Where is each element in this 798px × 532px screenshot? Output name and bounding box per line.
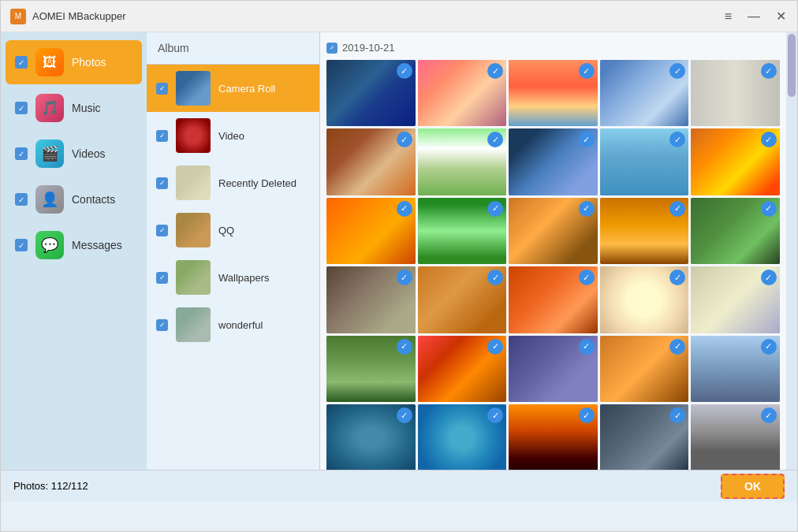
sidebar-item-videos[interactable]: ✓ 🎬 Videos <box>6 132 142 176</box>
photo-area[interactable]: ✓ 2019-10-21 ✓✓✓✓✓✓✓✓✓✓✓✓✓✓✓✓✓✓✓✓✓✓✓✓✓✓✓… <box>320 32 786 470</box>
minimize-button[interactable]: — <box>746 9 762 24</box>
photo-cell-16[interactable]: ✓ <box>326 266 416 333</box>
status-bar: Photos: 112/112 OK <box>1 470 797 501</box>
album-item-qq[interactable]: ✓ QQ <box>147 206 319 254</box>
contacts-checkbox[interactable]: ✓ <box>15 193 28 206</box>
recently-deleted-checkbox[interactable]: ✓ <box>156 177 168 189</box>
photo-check-12[interactable]: ✓ <box>487 201 503 217</box>
messages-label: Messages <box>72 239 122 251</box>
videos-checkbox[interactable]: ✓ <box>15 147 28 160</box>
photo-cell-29[interactable]: ✓ <box>600 404 689 470</box>
photo-check-26[interactable]: ✓ <box>397 407 412 423</box>
photo-check-1[interactable]: ✓ <box>397 63 412 79</box>
music-label: Music <box>72 102 101 114</box>
scrollbar[interactable] <box>786 32 797 470</box>
photos-icon: 🖼 <box>35 48 64 76</box>
date-checkbox[interactable]: ✓ <box>326 43 337 54</box>
ok-button[interactable]: OK <box>721 474 785 499</box>
music-checkbox[interactable]: ✓ <box>15 102 28 114</box>
video-thumb <box>176 118 211 153</box>
photo-cell-1[interactable]: ✓ <box>326 60 416 126</box>
photo-cell-21[interactable]: ✓ <box>326 336 416 402</box>
videos-label: Videos <box>72 147 106 160</box>
wonderful-thumb <box>176 307 211 342</box>
album-item-recently-deleted[interactable]: ✓ Recently Deleted <box>147 159 319 206</box>
photo-cell-25[interactable]: ✓ <box>691 336 780 402</box>
photo-date-label: 2019-10-21 <box>342 42 395 54</box>
photo-cell-30[interactable]: ✓ <box>691 404 780 470</box>
qq-checkbox[interactable]: ✓ <box>156 225 168 236</box>
title-bar: M AOMEI MBackupper ≡ — ✕ <box>1 1 797 32</box>
photo-cell-27[interactable]: ✓ <box>418 404 507 470</box>
wallpapers-label: Wallpapers <box>218 272 270 284</box>
main-content: ✓ 🖼 Photos ✓ 🎵 Music ✓ 🎬 Videos ✓ 👤 Cont… <box>1 32 797 470</box>
photos-label: Photos <box>72 56 106 69</box>
photo-check-28[interactable]: ✓ <box>579 407 595 423</box>
photo-cell-2[interactable]: ✓ <box>418 60 507 126</box>
left-sidebar: ✓ 🖼 Photos ✓ 🎵 Music ✓ 🎬 Videos ✓ 👤 Cont… <box>1 32 147 470</box>
sidebar-item-photos[interactable]: ✓ 🖼 Photos <box>6 40 142 84</box>
photo-cell-20[interactable]: ✓ <box>691 266 780 333</box>
album-item-video[interactable]: ✓ Video <box>147 112 319 159</box>
app-icon: M <box>10 9 26 24</box>
photo-cell-22[interactable]: ✓ <box>418 336 507 402</box>
sidebar-item-music[interactable]: ✓ 🎵 Music <box>6 86 142 130</box>
photo-date-header: ✓ 2019-10-21 <box>326 39 780 60</box>
photo-check-13[interactable]: ✓ <box>579 201 595 217</box>
wonderful-checkbox[interactable]: ✓ <box>156 319 168 331</box>
wallpapers-thumb <box>176 260 211 295</box>
photo-cell-23[interactable]: ✓ <box>509 336 598 402</box>
close-button[interactable]: ✕ <box>774 9 788 24</box>
list-icon[interactable]: ≡ <box>723 9 733 24</box>
photo-cell-19[interactable]: ✓ <box>600 266 689 333</box>
photo-check-3[interactable]: ✓ <box>579 63 595 79</box>
photo-cell-18[interactable]: ✓ <box>509 266 598 333</box>
camera-roll-checkbox[interactable]: ✓ <box>156 83 168 95</box>
photo-cell-11[interactable]: ✓ <box>326 198 416 264</box>
photo-cell-14[interactable]: ✓ <box>600 198 689 264</box>
photo-check-15[interactable]: ✓ <box>761 201 777 217</box>
photo-cell-15[interactable]: ✓ <box>691 198 780 264</box>
album-item-camera-roll[interactable]: ✓ Camera Roll <box>147 65 319 112</box>
photo-check-6[interactable]: ✓ <box>397 132 412 147</box>
photo-cell-24[interactable]: ✓ <box>600 336 689 402</box>
photo-cell-26[interactable]: ✓ <box>326 404 416 470</box>
photo-cell-5[interactable]: ✓ <box>691 60 780 126</box>
photo-check-25[interactable]: ✓ <box>761 339 777 355</box>
photo-cell-9[interactable]: ✓ <box>600 128 689 195</box>
photo-cell-28[interactable]: ✓ <box>509 404 598 470</box>
video-checkbox[interactable]: ✓ <box>156 130 168 142</box>
wonderful-label: wonderful <box>218 319 263 331</box>
photos-checkbox[interactable]: ✓ <box>15 56 28 69</box>
album-item-wonderful[interactable]: ✓ wonderful <box>147 301 319 348</box>
scrollbar-thumb[interactable] <box>788 34 796 97</box>
window-controls: ≡ — ✕ <box>723 9 788 24</box>
photos-count: Photos: 112/112 <box>13 480 88 492</box>
photo-cell-3[interactable]: ✓ <box>509 60 598 126</box>
video-label: Video <box>218 130 244 142</box>
music-icon: 🎵 <box>35 94 64 122</box>
photo-check-16[interactable]: ✓ <box>397 270 412 285</box>
sidebar-item-messages[interactable]: ✓ 💬 Messages <box>6 223 142 267</box>
photo-cell-13[interactable]: ✓ <box>509 198 598 264</box>
photo-check-23[interactable]: ✓ <box>579 339 595 355</box>
camera-roll-thumb <box>176 71 211 106</box>
photo-check-22[interactable]: ✓ <box>487 339 503 355</box>
photo-cell-8[interactable]: ✓ <box>509 128 598 195</box>
videos-icon: 🎬 <box>35 140 64 168</box>
photo-check-11[interactable]: ✓ <box>397 201 412 217</box>
sidebar-item-contacts[interactable]: ✓ 👤 Contacts <box>6 177 142 221</box>
album-item-wallpapers[interactable]: ✓ Wallpapers <box>147 254 319 301</box>
photo-cell-6[interactable]: ✓ <box>326 128 416 195</box>
messages-checkbox[interactable]: ✓ <box>15 239 28 251</box>
photo-cell-7[interactable]: ✓ <box>418 128 507 195</box>
contacts-icon: 👤 <box>35 185 64 214</box>
photo-cell-17[interactable]: ✓ <box>418 266 507 333</box>
wallpapers-checkbox[interactable]: ✓ <box>156 272 168 284</box>
camera-roll-label: Camera Roll <box>218 83 275 95</box>
photo-check-21[interactable]: ✓ <box>397 339 412 355</box>
photo-cell-12[interactable]: ✓ <box>418 198 507 264</box>
photo-check-5[interactable]: ✓ <box>761 63 777 79</box>
photo-cell-10[interactable]: ✓ <box>691 128 780 195</box>
photo-cell-4[interactable]: ✓ <box>600 60 689 126</box>
